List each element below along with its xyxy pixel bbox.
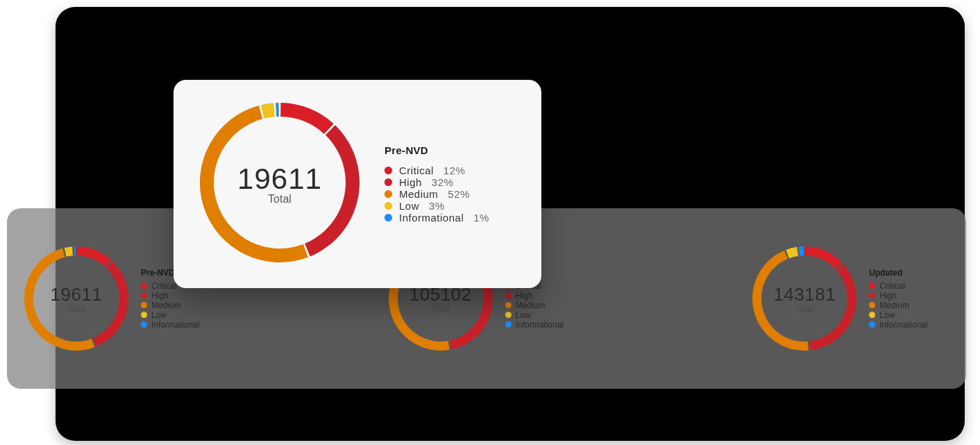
legend-dot-icon: [869, 312, 875, 318]
legend-percent: 35%: [902, 291, 919, 301]
legend-row-informational[interactable]: Informational1%: [141, 320, 217, 330]
canvas: 19611 Total Pre-NVD Critical12%High32%Me…: [0, 0, 980, 445]
legend-dot-icon: [505, 312, 512, 318]
legend-label: Low: [151, 310, 167, 320]
legend-percent: 33%: [538, 291, 555, 301]
legend-percent: 32%: [174, 291, 191, 301]
legend-row-informational[interactable]: Informational1%: [385, 212, 489, 224]
legend-percent: 2%: [933, 320, 945, 330]
legend-dot-icon: [141, 312, 147, 318]
donut-segment-critical[interactable]: [805, 246, 842, 269]
legend-popup: Pre-NVD Critical12%High32%Medium52%Low3%…: [385, 144, 489, 224]
legend-row-medium[interactable]: Medium52%: [385, 188, 489, 200]
donut-prenvd: 19611 Total: [24, 246, 128, 351]
legend-row-medium[interactable]: Medium45%: [869, 301, 945, 310]
legend-label: Medium: [151, 301, 181, 310]
legend-dot-icon: [385, 202, 392, 210]
legend-label: High: [516, 291, 533, 301]
legend-percent: 45%: [915, 301, 931, 310]
donut-segment-medium[interactable]: [200, 106, 308, 262]
legend-dot-icon: [505, 321, 512, 328]
legend-label: Critical: [879, 281, 905, 291]
donut-segment-medium[interactable]: [24, 249, 94, 351]
legend-percent: 2%: [569, 320, 581, 330]
legend-percent: 3%: [172, 310, 184, 320]
legend-percent: 14%: [546, 281, 563, 291]
legend-percent: 3%: [429, 200, 445, 212]
legend-label: High: [151, 291, 169, 301]
legend-row-critical[interactable]: Critical13%: [869, 281, 945, 291]
donut-segment-high[interactable]: [809, 264, 856, 350]
legend-row-medium[interactable]: Medium52%: [141, 301, 217, 310]
legend-percent: 32%: [432, 176, 454, 188]
legend-title: Pre-NVD: [385, 144, 489, 156]
donut-segment-high[interactable]: [305, 125, 360, 256]
legend-title: Updated: [869, 268, 945, 278]
legend-row-medium[interactable]: Medium47%: [505, 301, 582, 310]
legend-dot-icon: [385, 214, 392, 221]
legend-dot-icon: [869, 292, 875, 299]
legend-dot-icon: [141, 302, 147, 308]
legend-row-low[interactable]: Low3%: [385, 200, 489, 212]
expanded-card-prenvd[interactable]: 19611 Total Pre-NVD Critical12%High32%Me…: [174, 80, 541, 288]
legend-dot-icon: [141, 321, 147, 328]
legend-label: Low: [879, 310, 895, 320]
legend-percent: 12%: [443, 165, 466, 176]
legend-label: Low: [399, 200, 419, 212]
legend-row-informational[interactable]: Informational2%: [505, 320, 582, 330]
legend-percent: 52%: [187, 301, 203, 310]
legend-label: Critical: [151, 281, 177, 291]
legend-dot-icon: [869, 321, 875, 328]
legend-label: Low: [516, 310, 531, 320]
donut-segment-medium[interactable]: [752, 251, 809, 351]
legend-dot-icon: [141, 292, 147, 299]
legend-row-low[interactable]: Low4%: [869, 310, 945, 320]
donut-segment-low[interactable]: [786, 247, 799, 258]
legend-dot-icon: [141, 283, 147, 289]
legend-dot-icon: [505, 292, 512, 299]
legend-row-high[interactable]: High32%: [141, 291, 217, 301]
legend-percent: 52%: [448, 188, 470, 200]
legend-row-high[interactable]: High32%: [385, 176, 489, 188]
donut-segment-informational[interactable]: [74, 246, 76, 255]
donut-segment-informational[interactable]: [276, 103, 278, 117]
legend-label: High: [879, 291, 897, 301]
legend-label: Informational: [399, 212, 464, 224]
donut-updated: 143181 Total: [752, 246, 856, 351]
legend-label: Critical: [399, 165, 434, 176]
legend-percent: 47%: [550, 301, 567, 310]
legend-row-high[interactable]: High33%: [505, 291, 582, 301]
legend-updated: Updated Critical13%High35%Medium45%Low4%…: [869, 268, 945, 330]
legend-label: Informational: [516, 320, 564, 330]
legend-percent: 4%: [537, 310, 548, 320]
legend-label: Informational: [879, 320, 927, 330]
legend-label: Medium: [879, 301, 909, 310]
donut-popup: 19611 Total: [200, 103, 360, 265]
donut-segment-informational[interactable]: [799, 246, 804, 255]
donut-segment-high[interactable]: [93, 261, 128, 346]
donut-segment-low[interactable]: [65, 246, 73, 256]
legend-dot-icon: [385, 167, 392, 174]
legend-row-critical[interactable]: Critical12%: [385, 165, 489, 176]
legend-percent: 1%: [205, 320, 217, 330]
donut-segment-low[interactable]: [261, 103, 275, 118]
legend-row-high[interactable]: High35%: [869, 291, 945, 301]
donut-segment-critical[interactable]: [77, 246, 111, 267]
legend-label: High: [399, 176, 422, 188]
legend-row-informational[interactable]: Informational2%: [869, 320, 945, 330]
card-updated[interactable]: 143181 Total Updated Critical13%High35%M…: [752, 246, 945, 351]
legend-row-low[interactable]: Low4%: [505, 310, 582, 320]
legend-dot-icon: [385, 178, 392, 186]
legend-label: Informational: [151, 320, 199, 330]
legend-percent: 1%: [473, 212, 489, 224]
legend-percent: 4%: [900, 310, 912, 320]
legend-dot-icon: [505, 302, 512, 308]
donut-segment-critical[interactable]: [280, 103, 333, 134]
legend-dot-icon: [869, 283, 875, 289]
legend-percent: 13%: [911, 281, 927, 291]
legend-dot-icon: [869, 302, 875, 308]
legend-dot-icon: [385, 190, 392, 198]
legend-label: Medium: [399, 188, 438, 200]
legend-row-low[interactable]: Low3%: [141, 310, 217, 320]
legend-label: Medium: [516, 301, 546, 310]
